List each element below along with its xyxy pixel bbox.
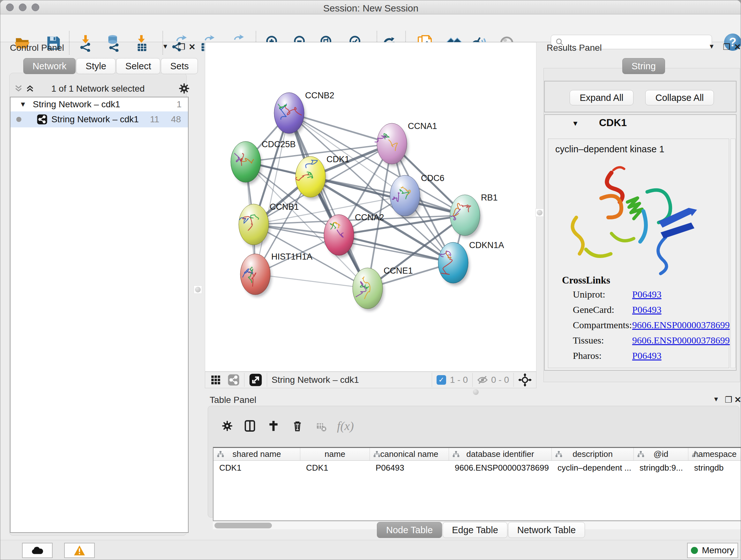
tab-edge-table[interactable]: Edge Table xyxy=(443,522,508,538)
column-header-name[interactable]: name xyxy=(300,448,370,460)
close-panel-icon[interactable]: ✕ xyxy=(189,42,196,52)
node-label: CCNB1 xyxy=(270,202,299,212)
collection-count: 1 xyxy=(177,99,182,110)
add-column-icon[interactable] xyxy=(267,420,280,432)
column-header-label: @id xyxy=(654,449,669,459)
panel-menu-icon[interactable]: ▼ xyxy=(713,395,719,403)
close-panel-icon[interactable]: ✕ xyxy=(734,42,741,52)
tab-string[interactable]: String xyxy=(622,58,665,74)
scrollbar-thumb[interactable] xyxy=(214,523,272,528)
tab-style[interactable]: Style xyxy=(76,58,115,74)
string-network-icon xyxy=(37,114,48,125)
control-panel: Control Panel ▼ ❐ ✕ NetworkStyleSelectSe… xyxy=(3,42,192,537)
crosslink-link[interactable]: P06493 xyxy=(632,289,662,300)
tab-network[interactable]: Network xyxy=(23,58,76,74)
memory-button[interactable]: Memory xyxy=(687,543,738,558)
node-table: shared namenamecanonical namedatabase id… xyxy=(213,447,741,521)
fit-content-crosshair-icon[interactable] xyxy=(518,373,532,387)
hidden-node-edge-counts: 0 - 0 xyxy=(491,375,509,385)
table-cell[interactable]: stringdb:9... xyxy=(634,461,688,474)
left-splitter-handle[interactable] xyxy=(194,286,202,294)
crosslink-label: Compartments: xyxy=(573,320,632,330)
warning-button[interactable] xyxy=(64,543,95,558)
column-header-namespace[interactable]: namespace xyxy=(688,448,741,460)
hidden-eye-icon[interactable] xyxy=(477,374,488,385)
float-panel-icon[interactable]: ❐ xyxy=(723,42,730,52)
network-tree-row-selected[interactable]: String Network – cdk1 11 48 xyxy=(10,111,188,127)
cloud-icon xyxy=(31,546,44,555)
status-bar: Memory xyxy=(0,540,741,560)
panel-menu-icon[interactable]: ▼ xyxy=(709,43,715,50)
network-view-canvas[interactable]: CCNB2CCNA1CDC25BCDK1CDC6RB1CCNB1CCNA2CDK… xyxy=(205,42,536,372)
cloud-button[interactable] xyxy=(22,543,53,558)
gear-icon[interactable] xyxy=(179,83,190,94)
network-selection-row: 1 of 1 Network selected xyxy=(9,80,187,98)
table-cell[interactable]: stringdb xyxy=(688,461,741,474)
open-in-window-icon[interactable] xyxy=(249,373,262,387)
tab-network-table[interactable]: Network Table xyxy=(508,522,585,538)
network-tree: ▼ String Network – cdk1 1 String Network… xyxy=(10,97,189,533)
delete-column-icon[interactable] xyxy=(292,420,303,432)
float-panel-icon[interactable]: ❐ xyxy=(725,395,732,405)
column-header-label: shared name xyxy=(232,449,281,459)
tab-select[interactable]: Select xyxy=(116,58,160,74)
column-header-canonical-name[interactable]: canonical name xyxy=(370,448,449,460)
node-label: CCNE1 xyxy=(384,266,413,275)
crosslink-link[interactable]: 9606.ENSP00000378699 xyxy=(632,335,730,346)
table-row[interactable]: CDK1CDK1P064939606.ENSP00000378699cyclin… xyxy=(213,461,741,474)
node-label: CCNA1 xyxy=(408,121,437,131)
footer-separator xyxy=(514,373,514,387)
network-edge xyxy=(255,113,289,274)
network-graph[interactable]: CCNB2CCNA1CDC25BCDK1CDC6RB1CCNB1CCNA2CDK… xyxy=(205,43,536,371)
footer-separator xyxy=(244,373,245,387)
close-panel-icon[interactable]: ✕ xyxy=(734,395,741,405)
results-scrollbar[interactable] xyxy=(731,138,736,368)
network-node-CCNA1 xyxy=(375,123,408,166)
tree-expand-icon[interactable]: ▼ xyxy=(19,100,26,109)
crosslink-row: GeneCard:P06493 xyxy=(548,304,730,320)
crosslink-link[interactable]: P06493 xyxy=(632,304,662,315)
table-cell[interactable]: cyclin–dependent ... xyxy=(552,461,634,474)
control-panel-title: Control Panel xyxy=(10,43,64,53)
node-count: 11 xyxy=(150,114,159,125)
column-header-description[interactable]: description xyxy=(552,448,634,460)
network-node-CDK1 xyxy=(295,157,327,199)
network-status-dot xyxy=(16,117,21,122)
table-cell[interactable]: CDK1 xyxy=(300,461,370,474)
column-header-shared-name[interactable]: shared name xyxy=(213,448,300,460)
selected-checkbox[interactable]: ✓ xyxy=(436,375,446,385)
network-tree-root-row[interactable]: ▼ String Network – cdk1 1 xyxy=(10,98,188,111)
crosslink-link[interactable]: 9606.ENSP00000378699 xyxy=(632,320,730,330)
show-columns-icon[interactable] xyxy=(244,420,256,432)
column-header--id[interactable]: @id xyxy=(634,448,688,460)
edge-count: 48 xyxy=(171,114,181,125)
collapse-all-button[interactable]: Collapse All xyxy=(645,90,714,105)
table-cell[interactable]: 9606.ENSP00000378699 xyxy=(449,461,552,474)
network-selection-status: 1 of 1 Network selected xyxy=(9,84,187,94)
network-node-CCNE1 xyxy=(353,268,384,311)
crosslink-link[interactable]: P06493 xyxy=(632,350,662,361)
memory-status-dot xyxy=(691,547,698,554)
tab-node-table[interactable]: Node Table xyxy=(377,522,442,538)
protein-structure-image xyxy=(563,153,714,281)
birdseye-share-icon[interactable] xyxy=(227,374,240,386)
results-panel-tabs: String xyxy=(622,58,666,74)
grid-view-icon[interactable] xyxy=(211,375,220,385)
column-header-database-identifier[interactable]: database identifier xyxy=(449,448,552,460)
crosslinks-heading: CrossLinks xyxy=(562,274,610,286)
float-panel-icon[interactable]: ❐ xyxy=(178,42,185,52)
gear-icon[interactable] xyxy=(221,420,233,432)
tab-sets[interactable]: Sets xyxy=(161,58,198,74)
control-panel-tabs: NetworkStyleSelectSets xyxy=(23,58,199,74)
expand-all-button[interactable]: Expand All xyxy=(569,90,633,105)
crosslink-label: Pharos: xyxy=(573,350,602,361)
table-header-row: shared namenamecanonical namedatabase id… xyxy=(213,448,741,461)
collapse-card-icon[interactable]: ▼ xyxy=(572,119,579,128)
network-node-HIST1H1A xyxy=(240,254,272,297)
table-cell[interactable]: CDK1 xyxy=(213,461,300,474)
table-cell[interactable]: P06493 xyxy=(370,461,449,474)
selected-node-edge-counts: 1 - 0 xyxy=(450,375,468,385)
node-label: CCNA2 xyxy=(355,212,384,222)
crosslinks-list: Uniprot:P06493GeneCard:P06493Compartment… xyxy=(548,289,730,366)
panel-menu-icon[interactable]: ▼ xyxy=(162,43,169,50)
